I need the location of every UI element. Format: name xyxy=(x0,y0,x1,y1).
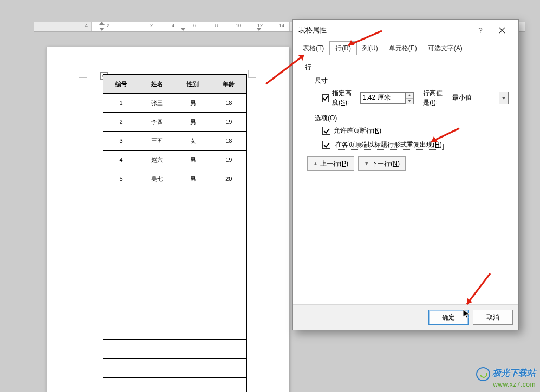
table-cell[interactable] xyxy=(175,264,211,283)
table-row[interactable] xyxy=(103,283,247,302)
table-cell[interactable] xyxy=(103,321,139,340)
close-button[interactable] xyxy=(491,22,513,38)
table-cell[interactable] xyxy=(175,188,211,207)
table-row[interactable] xyxy=(103,264,247,283)
table-cell[interactable] xyxy=(211,207,246,226)
table-cell[interactable]: 19 xyxy=(211,113,246,132)
table-row[interactable] xyxy=(103,207,247,226)
table-cell[interactable] xyxy=(103,264,139,283)
table-row[interactable] xyxy=(103,340,247,359)
table-row[interactable]: 1张三男18 xyxy=(103,94,247,113)
allow-break-checkbox[interactable] xyxy=(322,127,330,135)
table-cell[interactable] xyxy=(103,188,139,207)
table-row[interactable] xyxy=(103,245,247,264)
table-cell[interactable] xyxy=(139,264,175,283)
table-cell[interactable] xyxy=(175,245,211,264)
repeat-header-checkbox[interactable] xyxy=(322,141,330,149)
table-cell[interactable] xyxy=(139,302,175,321)
table-cell[interactable] xyxy=(211,321,246,340)
table-cell[interactable] xyxy=(211,245,246,264)
tab-alt-text[interactable]: 可选文字(A) xyxy=(422,42,468,55)
table-cell[interactable]: 2 xyxy=(103,113,139,132)
height-spinner[interactable]: ▲▼ xyxy=(360,92,414,104)
dialog-titlebar[interactable]: 表格属性 ? xyxy=(293,20,518,41)
table-cell[interactable]: 张三 xyxy=(139,94,175,113)
table-cell[interactable]: 赵六 xyxy=(139,151,175,169)
table-cell[interactable]: 18 xyxy=(211,94,246,113)
height-input[interactable] xyxy=(360,92,406,104)
spin-up-icon[interactable]: ▲ xyxy=(406,93,413,99)
prev-row-button[interactable]: ▲上一行(P) xyxy=(307,156,354,171)
table-row[interactable] xyxy=(103,302,247,321)
spin-down-icon[interactable]: ▼ xyxy=(406,99,413,104)
table-cell[interactable] xyxy=(175,359,211,378)
table-cell[interactable] xyxy=(103,226,139,245)
table-cell[interactable] xyxy=(211,359,246,378)
indent-marker-icon[interactable] xyxy=(99,28,105,31)
table-cell[interactable] xyxy=(139,226,175,245)
table-row[interactable] xyxy=(103,188,247,207)
table-cell[interactable] xyxy=(211,188,246,207)
table-cell[interactable] xyxy=(175,207,211,226)
document-table[interactable]: 编号 姓名 性别 年龄 1张三男182李四男193王五女184赵六男195吴七男… xyxy=(103,74,247,392)
table-row[interactable] xyxy=(103,359,247,378)
table-cell[interactable] xyxy=(103,378,139,393)
table-cell[interactable] xyxy=(211,378,246,393)
chevron-down-icon[interactable] xyxy=(499,92,509,104)
specify-height-checkbox[interactable] xyxy=(322,94,329,102)
table-cell[interactable]: 20 xyxy=(211,169,246,188)
table-cell[interactable] xyxy=(103,359,139,378)
table-cell[interactable]: 19 xyxy=(211,151,246,169)
table-cell[interactable] xyxy=(175,302,211,321)
table-cell[interactable]: 男 xyxy=(175,151,211,169)
table-cell[interactable] xyxy=(211,283,246,302)
table-cell[interactable]: 4 xyxy=(103,151,139,169)
table-cell[interactable] xyxy=(103,340,139,359)
table-cell[interactable] xyxy=(139,188,175,207)
table-cell[interactable] xyxy=(103,302,139,321)
help-button[interactable]: ? xyxy=(470,22,491,38)
tab-marker-icon[interactable] xyxy=(256,28,262,31)
table-cell[interactable] xyxy=(211,264,246,283)
col-header[interactable]: 性别 xyxy=(175,75,211,94)
col-header[interactable]: 姓名 xyxy=(139,75,175,94)
table-cell[interactable] xyxy=(175,378,211,393)
table-cell[interactable] xyxy=(139,378,175,393)
table-cell[interactable]: 1 xyxy=(103,94,139,113)
table-cell[interactable] xyxy=(139,207,175,226)
col-header[interactable]: 编号 xyxy=(103,75,139,94)
table-cell[interactable] xyxy=(211,340,246,359)
table-cell[interactable]: 18 xyxy=(211,132,246,151)
table-cell[interactable] xyxy=(103,207,139,226)
table-header-row[interactable]: 编号 姓名 性别 年龄 xyxy=(103,75,247,94)
table-cell[interactable] xyxy=(211,226,246,245)
row-height-rule-select[interactable]: 最小值 xyxy=(450,92,509,104)
table-cell[interactable]: 女 xyxy=(175,132,211,151)
table-cell[interactable] xyxy=(211,302,246,321)
table-cell[interactable] xyxy=(175,283,211,302)
table-row[interactable]: 2李四男19 xyxy=(103,113,247,132)
table-row[interactable] xyxy=(103,226,247,245)
next-row-button[interactable]: ▼下一行(N) xyxy=(358,156,406,171)
table-cell[interactable]: 李四 xyxy=(139,113,175,132)
table-row[interactable]: 3王五女18 xyxy=(103,132,247,151)
table-cell[interactable] xyxy=(139,245,175,264)
table-row[interactable]: 4赵六男19 xyxy=(103,151,247,169)
table-cell[interactable] xyxy=(175,340,211,359)
tab-cell[interactable]: 单元格(E) xyxy=(383,42,422,55)
table-cell[interactable] xyxy=(139,321,175,340)
table-cell[interactable]: 5 xyxy=(103,169,139,188)
table-cell[interactable] xyxy=(103,245,139,264)
col-header[interactable]: 年龄 xyxy=(211,75,246,94)
table-cell[interactable] xyxy=(139,283,175,302)
table-cell[interactable] xyxy=(139,359,175,378)
table-cell[interactable]: 男 xyxy=(175,169,211,188)
table-row[interactable]: 5吴七男20 xyxy=(103,169,247,188)
table-cell[interactable]: 男 xyxy=(175,113,211,132)
table-cell[interactable]: 3 xyxy=(103,132,139,151)
table-cell[interactable]: 王五 xyxy=(139,132,175,151)
indent-marker-icon[interactable] xyxy=(99,22,105,25)
table-cell[interactable] xyxy=(139,340,175,359)
table-cell[interactable] xyxy=(175,226,211,245)
tab-marker-icon[interactable] xyxy=(180,28,186,31)
